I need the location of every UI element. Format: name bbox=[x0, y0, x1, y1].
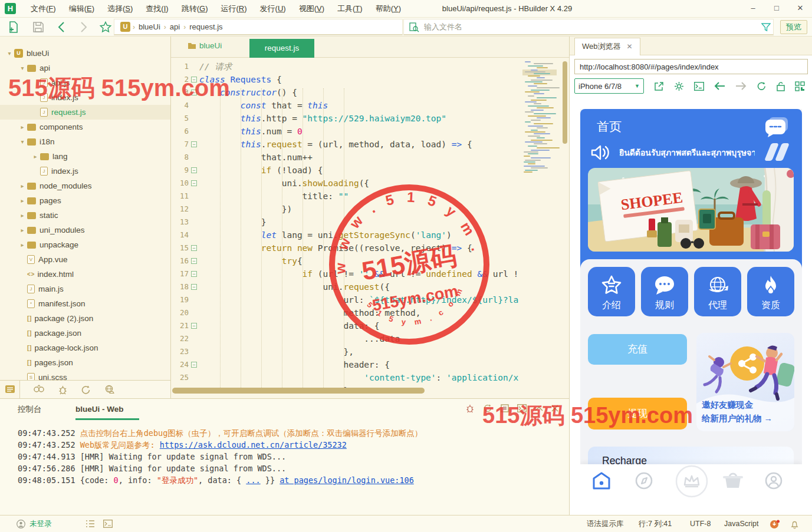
tree-item-pages-json[interactable]: [ ]pages.json bbox=[0, 355, 171, 370]
code-line-6[interactable]: 6 this.num = 0 bbox=[171, 125, 521, 138]
breadcrumb-file[interactable]: request.js bbox=[189, 22, 222, 31]
fold-marker-icon[interactable]: − bbox=[189, 358, 199, 371]
url-input[interactable] bbox=[575, 60, 807, 74]
chevron-open-icon[interactable]: ▾ bbox=[18, 65, 27, 71]
console-icon[interactable] bbox=[694, 82, 704, 91]
chevron-closed-icon[interactable]: ▸ bbox=[18, 212, 27, 219]
recharge-button[interactable]: 充值 bbox=[588, 334, 687, 365]
code-line-7[interactable]: 7− this.request = (url, method, data, lo… bbox=[171, 138, 521, 151]
message-icon[interactable] bbox=[763, 116, 789, 140]
login-status[interactable]: 未登录 bbox=[29, 516, 52, 532]
line-number[interactable]: 10 bbox=[171, 177, 189, 190]
fold-marker-icon[interactable]: − bbox=[189, 242, 199, 255]
shop-tab-icon[interactable] bbox=[723, 471, 743, 490]
tree-item-lang[interactable]: ▸lang bbox=[0, 149, 171, 164]
preview-button[interactable]: 预览 bbox=[780, 20, 807, 34]
tree-item-static[interactable]: ▸static bbox=[0, 208, 171, 223]
chevron-closed-icon[interactable]: ▸ bbox=[18, 242, 27, 248]
line-number[interactable]: 15 bbox=[171, 242, 189, 255]
nav-forward-icon[interactable] bbox=[735, 82, 747, 90]
line-number[interactable]: 20 bbox=[171, 306, 189, 319]
web-tab-icon[interactable] bbox=[104, 385, 116, 395]
fold-marker-icon[interactable]: − bbox=[189, 255, 199, 267]
syntax-lib-label[interactable]: 语法提示库 bbox=[587, 516, 624, 532]
tree-item-blueUi[interactable]: ▾UblueUi bbox=[0, 46, 171, 61]
line-number[interactable]: 18 bbox=[171, 280, 189, 293]
chevron-closed-icon[interactable]: ▸ bbox=[18, 183, 27, 189]
forward-icon[interactable] bbox=[77, 21, 90, 34]
notification-bell-icon[interactable] bbox=[790, 520, 799, 529]
back-icon[interactable] bbox=[55, 21, 68, 34]
search-input[interactable] bbox=[424, 22, 773, 31]
fold-marker-icon[interactable]: − bbox=[189, 319, 199, 332]
maximize-button[interactable]: □ bbox=[765, 0, 788, 17]
minimap[interactable] bbox=[522, 59, 557, 389]
tree-item-request-js[interactable]: Jrequest.js bbox=[0, 105, 171, 120]
tree-item-pages[interactable]: ▸pages bbox=[0, 193, 171, 208]
menu-R[interactable]: 运行(R) bbox=[214, 0, 253, 18]
line-number[interactable]: 22 bbox=[171, 332, 189, 345]
tree-item-index-html[interactable]: < >index.html bbox=[0, 267, 171, 282]
terminal-status-icon[interactable] bbox=[103, 520, 113, 528]
tree-item-uni-modules[interactable]: ▸uni_modules bbox=[0, 223, 171, 237]
profile-tab-icon[interactable] bbox=[764, 471, 783, 490]
vip-tab-icon[interactable] bbox=[675, 464, 709, 498]
menu-I[interactable]: 查找(I) bbox=[139, 0, 175, 18]
menu-U[interactable]: 发行(U) bbox=[254, 0, 292, 18]
notice-bar[interactable]: ยินดีต้อนรับสุภาพสตรีและสุภาพบุรุษจา bbox=[589, 140, 794, 166]
tree-item-main-js[interactable]: Jmain.js bbox=[0, 282, 171, 296]
line-number[interactable]: 12 bbox=[171, 203, 189, 216]
tree-item-index-js[interactable]: Jindex.js bbox=[0, 164, 171, 179]
minimize-button[interactable]: – bbox=[741, 0, 765, 17]
banner-carousel[interactable]: SHOPEE bbox=[588, 168, 794, 252]
lock-icon[interactable] bbox=[777, 81, 785, 91]
line-number[interactable]: 21 bbox=[171, 319, 189, 332]
line-number[interactable]: 7 bbox=[171, 138, 189, 151]
console-web-tab[interactable]: blueUi - Web bbox=[75, 399, 124, 420]
explorer-tab[interactable] bbox=[0, 381, 20, 398]
tree-item-components[interactable]: ▸components bbox=[0, 120, 171, 134]
tree-item-package-json[interactable]: [ ]package.json bbox=[0, 326, 171, 341]
language-label[interactable]: JavaScript bbox=[724, 516, 758, 532]
tree-item-package-2-json[interactable]: [ ]package (2).json bbox=[0, 311, 171, 326]
line-number[interactable]: 25 bbox=[171, 371, 189, 384]
new-file-icon[interactable] bbox=[7, 21, 20, 34]
chevron-open-icon[interactable]: ▾ bbox=[18, 138, 27, 145]
line-number[interactable]: 19 bbox=[171, 293, 189, 306]
line-number[interactable]: 23 bbox=[171, 345, 189, 358]
tree-item-unpackage[interactable]: ▸unpackage bbox=[0, 237, 171, 252]
discover-tab-icon[interactable] bbox=[635, 471, 653, 490]
gear-icon[interactable] bbox=[674, 81, 684, 91]
home-tab-icon[interactable] bbox=[592, 471, 611, 490]
line-number[interactable]: 24 bbox=[171, 358, 189, 371]
line-number[interactable]: 1 bbox=[171, 60, 189, 73]
cursor-position[interactable]: 行:7 列:41 bbox=[639, 516, 672, 532]
tree-item-uni-scss[interactable]: Suni.scss bbox=[0, 370, 171, 380]
menu-G[interactable]: 跳转(G) bbox=[175, 0, 215, 18]
search-tab-icon[interactable] bbox=[33, 385, 45, 394]
nav-back-icon[interactable] bbox=[714, 82, 725, 90]
tree-item-i18n[interactable]: ▾i18n bbox=[0, 134, 171, 149]
feature-rules-button[interactable]: 规则 bbox=[641, 267, 688, 316]
menu-T[interactable]: 工具(T) bbox=[331, 0, 369, 18]
code-line-5[interactable]: 5 this.http = "https://529.haiwaiym20.to… bbox=[171, 112, 521, 125]
line-number[interactable]: 14 bbox=[171, 229, 189, 242]
code-line-8[interactable]: 8 that.num++ bbox=[171, 151, 521, 164]
filter-icon[interactable] bbox=[761, 22, 771, 32]
debug-tab-icon[interactable] bbox=[58, 385, 68, 395]
feature-agent-button[interactable]: 代理 bbox=[694, 267, 741, 316]
line-number[interactable]: 16 bbox=[171, 255, 189, 267]
chevron-closed-icon[interactable]: ▸ bbox=[18, 227, 27, 233]
debug-bug-icon[interactable] bbox=[465, 404, 475, 413]
console-link[interactable]: at pages/login/login.vue:106 bbox=[280, 475, 414, 485]
chevron-open-icon[interactable]: ▾ bbox=[5, 50, 14, 57]
menu-V[interactable]: 视图(V) bbox=[292, 0, 331, 18]
line-number[interactable]: 9 bbox=[171, 164, 189, 177]
line-number[interactable]: 6 bbox=[171, 125, 189, 138]
console-link[interactable]: ... bbox=[246, 475, 260, 485]
line-number[interactable]: 11 bbox=[171, 190, 189, 203]
qr-code-icon[interactable] bbox=[795, 81, 805, 91]
horizontal-scrollbar[interactable] bbox=[172, 388, 425, 394]
tree-item-App-vue[interactable]: VApp.vue bbox=[0, 252, 171, 267]
save-icon[interactable] bbox=[32, 21, 45, 34]
